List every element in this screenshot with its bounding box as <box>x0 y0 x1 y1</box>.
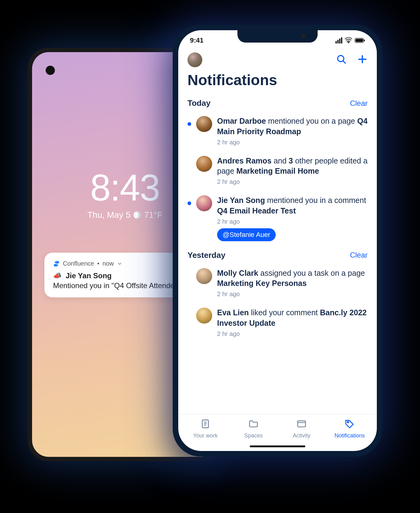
tab-notifications[interactable]: Notifications <box>326 419 374 439</box>
notification-item[interactable]: Jie Yan Song mentioned you in a comment … <box>187 190 368 246</box>
notification-avatar <box>196 268 212 284</box>
notification-meta: 2 hr ago <box>217 218 368 225</box>
svg-line-4 <box>343 61 345 63</box>
clear-button[interactable]: Clear <box>350 251 368 259</box>
notification-avatar <box>196 156 212 172</box>
android-notif-sep: • <box>97 260 99 267</box>
moon-icon <box>134 211 141 219</box>
tab-label: Your work <box>193 432 217 439</box>
unread-dot-icon <box>187 201 191 205</box>
notification-body: Molly Clark assigned you a task on a pag… <box>217 268 368 298</box>
android-camera-punchhole <box>46 66 55 75</box>
notification-text: Omar Darboe mentioned you on a page Q4 M… <box>217 116 368 137</box>
wifi-icon <box>345 37 352 43</box>
tab-label: Notifications <box>335 432 365 439</box>
notification-text: Eva Lien liked your comment Banc.ly 2022… <box>217 308 368 329</box>
android-notif-app: Confluence <box>63 260 94 267</box>
clear-button[interactable]: Clear <box>350 99 368 108</box>
tab-label: Spaces <box>244 432 263 439</box>
iphone: 9:41 <box>173 25 382 457</box>
iphone-screen: 9:41 <box>178 30 377 451</box>
unread-dot-icon <box>187 122 191 126</box>
notification-avatar <box>196 195 212 211</box>
notification-avatar <box>196 308 212 324</box>
profile-avatar[interactable] <box>187 52 202 67</box>
group-header: TodayClear <box>187 98 368 108</box>
tab-your-work[interactable]: Your work <box>181 419 229 439</box>
battery-icon <box>355 38 365 43</box>
android-notif-when: now <box>102 260 114 267</box>
tab-label: Activity <box>293 432 310 439</box>
iphone-notch <box>237 30 318 43</box>
notification-body: Eva Lien liked your comment Banc.ly 2022… <box>217 308 368 337</box>
notification-item[interactable]: Eva Lien liked your comment Banc.ly 2022… <box>187 303 368 342</box>
group-title: Yesterday <box>187 250 225 260</box>
notification-item[interactable]: Andres Ramos and 3 other people edited a… <box>187 151 368 191</box>
home-indicator[interactable] <box>250 445 305 447</box>
notification-body: Jie Yan Song mentioned you in a comment … <box>217 195 368 241</box>
svg-rect-2 <box>364 39 365 41</box>
page-title: Notifications <box>178 70 377 94</box>
doc-icon <box>200 419 211 431</box>
group-title: Today <box>187 98 211 108</box>
tab-bar: Your workSpacesActivityNotifications <box>178 414 377 451</box>
notification-body: Omar Darboe mentioned you on a page Q4 M… <box>217 116 368 146</box>
tab-spaces[interactable]: Spaces <box>229 419 278 439</box>
notification-text: Molly Clark assigned you a task on a pag… <box>217 268 368 289</box>
notification-text: Andres Ramos and 3 other people edited a… <box>217 156 368 177</box>
top-bar <box>178 48 377 70</box>
notification-text: Jie Yan Song mentioned you in a comment … <box>217 195 368 216</box>
notification-meta: 2 hr ago <box>217 178 368 185</box>
tag-icon <box>344 419 355 431</box>
megaphone-icon: 📣 <box>53 272 61 280</box>
notification-item[interactable]: Omar Darboe mentioned you on a page Q4 M… <box>187 111 368 151</box>
status-time: 9:41 <box>190 36 204 44</box>
notification-avatar <box>196 116 212 132</box>
mention-chip[interactable]: @Stefanie Auer <box>217 228 276 241</box>
notification-meta: 2 hr ago <box>217 291 368 298</box>
notification-meta: 2 hr ago <box>217 139 368 146</box>
tab-activity[interactable]: Activity <box>278 419 326 439</box>
confluence-icon <box>53 260 60 267</box>
chevron-down-icon[interactable] <box>117 261 122 267</box>
notification-meta: 2 hr ago <box>217 330 368 337</box>
notifications-list[interactable]: TodayClearOmar Darboe mentioned you on a… <box>178 94 377 414</box>
android-notif-actor: Jie Yan Song <box>66 271 112 280</box>
lockscreen-temp: 71°F <box>144 210 162 220</box>
svg-rect-11 <box>298 421 306 427</box>
svg-point-13 <box>347 421 348 423</box>
window-icon <box>296 419 307 431</box>
add-button[interactable] <box>357 54 368 66</box>
lockscreen-date: Thu, May 5 <box>87 210 130 220</box>
folder-icon <box>248 419 259 431</box>
search-button[interactable] <box>336 54 347 66</box>
group-header: YesterdayClear <box>187 250 368 260</box>
notification-item[interactable]: Molly Clark assigned you a task on a pag… <box>187 263 368 303</box>
svg-rect-1 <box>356 39 363 42</box>
signal-icon <box>336 37 342 43</box>
notification-body: Andres Ramos and 3 other people edited a… <box>217 156 368 186</box>
